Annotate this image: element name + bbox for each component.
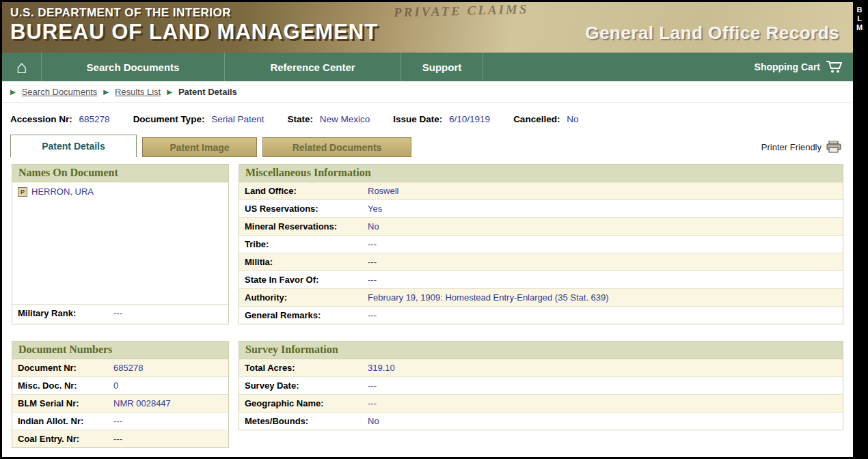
row-value: 685278 — [108, 359, 148, 376]
row-value: --- — [108, 413, 128, 430]
row-label: Coal Entry. Nr: — [12, 430, 108, 447]
row-label: Land Office: — [239, 182, 362, 199]
row-value: No — [362, 413, 385, 430]
row-value: NMR 0028447 — [108, 395, 176, 412]
breadcrumb-arrow-icon: ▶ — [10, 89, 16, 96]
military-rank-row: Military Rank: --- — [12, 304, 228, 322]
nav-search-documents[interactable]: Search Documents — [42, 53, 225, 81]
row-label: Total Acres: — [239, 359, 362, 376]
breadcrumb-patent-details: Patent Details — [178, 87, 237, 97]
patentee-name[interactable]: HERRON, URA — [31, 186, 94, 197]
row-value: February 19, 1909: Homestead Entry-Enlar… — [362, 289, 614, 306]
issue-date-label: Issue Date: — [393, 114, 442, 124]
main-nav: ⌂ Search Documents Reference Center Supp… — [2, 53, 853, 81]
summary-field-issue-date: Issue Date: 6/10/1919 — [393, 114, 490, 124]
blm-side-label: BLM — [856, 5, 864, 457]
issue-date-value: 6/10/1919 — [449, 114, 490, 124]
table-row: Document Nr: 685278 — [12, 359, 228, 377]
row-value: No — [362, 218, 385, 235]
row-label: Misc. Doc. Nr: — [12, 377, 108, 394]
row-label: Authority: — [239, 289, 362, 306]
breadcrumb-search-documents[interactable]: Search Documents — [22, 87, 98, 97]
patentee-entry[interactable]: P HERRON, URA — [18, 186, 223, 197]
table-row: Survey Date: --- — [239, 377, 843, 395]
row-label: US Reservations: — [239, 200, 362, 217]
row-label: Indian Allot. Nr: — [12, 413, 108, 430]
table-row: Militia: --- — [239, 253, 843, 271]
breadcrumb: ▶ Search Documents ▶ Results List ▶ Pate… — [2, 81, 853, 103]
home-icon: ⌂ — [16, 58, 27, 76]
summary-field-doc-type: Document Type: Serial Patent — [133, 114, 265, 124]
home-button[interactable]: ⌂ — [2, 53, 42, 81]
tab-bar: Patent Details Patent Image Related Docu… — [2, 133, 853, 157]
row-value: --- — [362, 395, 382, 412]
table-row: Geographic Name: --- — [239, 395, 843, 413]
row-value: --- — [362, 236, 382, 253]
tab-patent-image[interactable]: Patent Image — [142, 137, 257, 157]
shopping-cart-button[interactable]: Shopping Cart — [755, 53, 853, 81]
row-value: --- — [362, 271, 382, 288]
nav-reference-center[interactable]: Reference Center — [225, 53, 401, 81]
row-label: BLM Serial Nr: — [12, 395, 108, 412]
table-row: Total Acres: 319.10 — [239, 359, 843, 377]
doc-type-label: Document Type: — [133, 114, 205, 124]
table-row: Mineral Reservations: No — [239, 218, 843, 236]
department-title: U.S. DEPARTMENT OF THE INTERIOR — [10, 6, 843, 20]
table-row: Coal Entry. Nr: --- — [12, 430, 228, 447]
summary-field-accession: Accession Nr: 685278 — [10, 114, 110, 124]
row-value: --- — [362, 377, 382, 394]
printer-friendly-label: Printer Friendly — [761, 142, 822, 152]
shopping-cart-icon — [826, 60, 843, 74]
patent-details-content: Names On Document P HERRON, URA Military… — [2, 157, 853, 457]
document-summary: Accession Nr: 685278 Document Type: Seri… — [2, 103, 853, 133]
table-row: State In Favor Of: --- — [239, 271, 843, 289]
row-label: Tribe: — [239, 236, 362, 253]
miscellaneous-information-panel: Miscellaneous Information Land Office: R… — [239, 164, 843, 324]
masthead: PRIVATE CLAIMS U.S. DEPARTMENT OF THE IN… — [2, 2, 853, 53]
cancelled-label: Cancelled: — [513, 114, 560, 124]
breadcrumb-arrow-icon: ▶ — [167, 89, 172, 96]
table-row: Metes/Bounds: No — [239, 413, 843, 430]
row-value: 0 — [108, 377, 124, 394]
bureau-title: BUREAU OF LAND MANAGEMENT — [10, 20, 378, 44]
printer-friendly-button[interactable]: Printer Friendly — [761, 141, 842, 157]
row-label: General Remarks: — [239, 307, 362, 324]
nav-support[interactable]: Support — [401, 53, 483, 81]
row-label: Metes/Bounds: — [239, 413, 362, 430]
table-row: Misc. Doc. Nr: 0 — [12, 377, 228, 395]
patentee-icon: P — [18, 187, 27, 197]
printer-icon — [826, 141, 842, 153]
misc-panel-title: Miscellaneous Information — [239, 165, 843, 182]
tab-related-documents[interactable]: Related Documents — [262, 137, 411, 157]
row-value: 319.10 — [362, 359, 401, 376]
table-row: BLM Serial Nr: NMR 0028447 — [12, 395, 228, 413]
table-row: Land Office: Roswell — [239, 182, 843, 200]
doc-type-value: Serial Patent — [211, 114, 264, 124]
row-label: State In Favor Of: — [239, 271, 362, 288]
accession-label: Accession Nr: — [10, 114, 72, 124]
table-row: Authority: February 19, 1909: Homestead … — [239, 289, 843, 307]
page: PRIVATE CLAIMS U.S. DEPARTMENT OF THE IN… — [0, 0, 868, 459]
breadcrumb-arrow-icon: ▶ — [103, 89, 109, 96]
row-label: Militia: — [239, 253, 362, 270]
shopping-cart-label: Shopping Cart — [755, 61, 820, 72]
accession-value: 685278 — [79, 114, 110, 124]
row-value: --- — [362, 307, 382, 324]
row-label: Survey Date: — [239, 377, 362, 394]
breadcrumb-results-list[interactable]: Results List — [115, 87, 161, 97]
row-value: --- — [108, 430, 128, 447]
survey-information-panel: Survey Information Total Acres: 319.10 S… — [239, 341, 843, 430]
military-rank-value: --- — [108, 305, 128, 322]
names-on-document-panel: Names On Document P HERRON, URA Military… — [12, 164, 229, 324]
tab-patent-details[interactable]: Patent Details — [10, 135, 137, 157]
blm-side-strip: BLM — [853, 2, 866, 457]
glo-records-title: General Land Office Records — [585, 23, 843, 44]
row-value: Roswell — [362, 182, 405, 199]
state-label: State: — [287, 114, 313, 124]
docnums-panel-title: Document Numbers — [12, 342, 228, 359]
document-numbers-panel: Document Numbers Document Nr: 685278 Mis… — [12, 341, 229, 448]
state-value: New Mexico — [320, 114, 370, 124]
survey-panel-title: Survey Information — [239, 342, 843, 359]
table-row: Indian Allot. Nr: --- — [12, 413, 228, 430]
names-panel-title: Names On Document — [12, 165, 228, 182]
